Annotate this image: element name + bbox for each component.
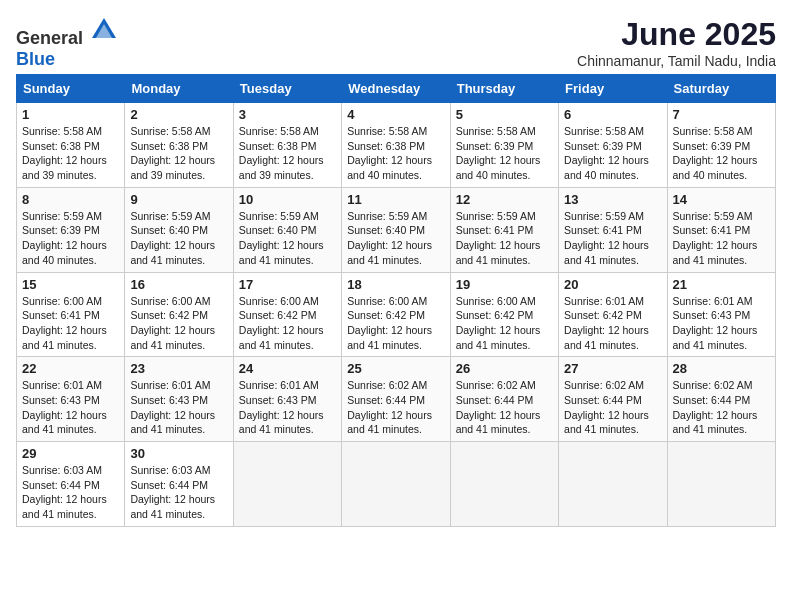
sunset-label: Sunset: 6:43 PM [130,394,208,406]
logo: General Blue [16,16,118,70]
daylight-label: Daylight: 12 hours and 41 minutes. [564,324,649,351]
day-info: Sunrise: 6:01 AM Sunset: 6:43 PM Dayligh… [239,378,336,437]
sunrise-label: Sunrise: 6:01 AM [673,295,753,307]
sunset-label: Sunset: 6:42 PM [130,309,208,321]
sunset-label: Sunset: 6:43 PM [673,309,751,321]
calendar-day-cell: 18 Sunrise: 6:00 AM Sunset: 6:42 PM Dayl… [342,272,450,357]
calendar-day-cell [342,442,450,527]
daylight-label: Daylight: 12 hours and 41 minutes. [456,409,541,436]
calendar-week-row: 1 Sunrise: 5:58 AM Sunset: 6:38 PM Dayli… [17,103,776,188]
weekday-header: Tuesday [233,75,341,103]
weekday-header: Thursday [450,75,558,103]
day-info: Sunrise: 6:00 AM Sunset: 6:42 PM Dayligh… [130,294,227,353]
calendar-day-cell: 19 Sunrise: 6:00 AM Sunset: 6:42 PM Dayl… [450,272,558,357]
calendar-day-cell: 28 Sunrise: 6:02 AM Sunset: 6:44 PM Dayl… [667,357,775,442]
sunrise-label: Sunrise: 6:00 AM [130,295,210,307]
calendar-day-cell: 25 Sunrise: 6:02 AM Sunset: 6:44 PM Dayl… [342,357,450,442]
calendar-day-cell: 20 Sunrise: 6:01 AM Sunset: 6:42 PM Dayl… [559,272,667,357]
calendar-week-row: 15 Sunrise: 6:00 AM Sunset: 6:41 PM Dayl… [17,272,776,357]
sunrise-label: Sunrise: 5:58 AM [130,125,210,137]
day-info: Sunrise: 6:01 AM Sunset: 6:43 PM Dayligh… [130,378,227,437]
sunset-label: Sunset: 6:44 PM [22,479,100,491]
day-number: 26 [456,361,553,376]
sunrise-label: Sunrise: 6:03 AM [22,464,102,476]
day-info: Sunrise: 6:03 AM Sunset: 6:44 PM Dayligh… [130,463,227,522]
day-number: 6 [564,107,661,122]
calendar-day-cell: 16 Sunrise: 6:00 AM Sunset: 6:42 PM Dayl… [125,272,233,357]
daylight-label: Daylight: 12 hours and 41 minutes. [456,239,541,266]
calendar-week-row: 8 Sunrise: 5:59 AM Sunset: 6:39 PM Dayli… [17,187,776,272]
daylight-label: Daylight: 12 hours and 39 minutes. [239,154,324,181]
sunrise-label: Sunrise: 6:00 AM [456,295,536,307]
day-number: 30 [130,446,227,461]
sunset-label: Sunset: 6:41 PM [564,224,642,236]
sunset-label: Sunset: 6:41 PM [22,309,100,321]
sunset-label: Sunset: 6:40 PM [347,224,425,236]
sunset-label: Sunset: 6:38 PM [239,140,317,152]
day-number: 5 [456,107,553,122]
daylight-label: Daylight: 12 hours and 41 minutes. [239,324,324,351]
weekday-header: Sunday [17,75,125,103]
weekday-header: Monday [125,75,233,103]
sunrise-label: Sunrise: 6:00 AM [239,295,319,307]
daylight-label: Daylight: 12 hours and 41 minutes. [22,409,107,436]
calendar-day-cell [667,442,775,527]
sunrise-label: Sunrise: 5:58 AM [22,125,102,137]
sunrise-label: Sunrise: 5:58 AM [673,125,753,137]
sunset-label: Sunset: 6:40 PM [239,224,317,236]
calendar-day-cell: 11 Sunrise: 5:59 AM Sunset: 6:40 PM Dayl… [342,187,450,272]
daylight-label: Daylight: 12 hours and 41 minutes. [347,324,432,351]
logo-icon [90,16,118,44]
sunset-label: Sunset: 6:41 PM [456,224,534,236]
sunrise-label: Sunrise: 6:00 AM [347,295,427,307]
day-number: 21 [673,277,770,292]
sunrise-label: Sunrise: 5:58 AM [564,125,644,137]
daylight-label: Daylight: 12 hours and 41 minutes. [22,493,107,520]
calendar-day-cell: 7 Sunrise: 5:58 AM Sunset: 6:39 PM Dayli… [667,103,775,188]
day-info: Sunrise: 5:58 AM Sunset: 6:38 PM Dayligh… [22,124,119,183]
weekday-header: Friday [559,75,667,103]
calendar-week-row: 22 Sunrise: 6:01 AM Sunset: 6:43 PM Dayl… [17,357,776,442]
day-info: Sunrise: 5:59 AM Sunset: 6:41 PM Dayligh… [456,209,553,268]
day-number: 9 [130,192,227,207]
daylight-label: Daylight: 12 hours and 41 minutes. [239,239,324,266]
day-info: Sunrise: 5:58 AM Sunset: 6:38 PM Dayligh… [130,124,227,183]
day-number: 29 [22,446,119,461]
daylight-label: Daylight: 12 hours and 41 minutes. [347,409,432,436]
sunrise-label: Sunrise: 5:59 AM [673,210,753,222]
daylight-label: Daylight: 12 hours and 40 minutes. [456,154,541,181]
sunset-label: Sunset: 6:44 PM [673,394,751,406]
logo-text: General Blue [16,16,118,70]
sunset-label: Sunset: 6:39 PM [22,224,100,236]
daylight-label: Daylight: 12 hours and 41 minutes. [239,409,324,436]
daylight-label: Daylight: 12 hours and 41 minutes. [130,324,215,351]
daylight-label: Daylight: 12 hours and 41 minutes. [130,239,215,266]
sunset-label: Sunset: 6:43 PM [22,394,100,406]
sunset-label: Sunset: 6:39 PM [673,140,751,152]
sunrise-label: Sunrise: 6:01 AM [564,295,644,307]
daylight-label: Daylight: 12 hours and 40 minutes. [673,154,758,181]
sunset-label: Sunset: 6:39 PM [456,140,534,152]
sunset-label: Sunset: 6:44 PM [347,394,425,406]
sunrise-label: Sunrise: 6:02 AM [456,379,536,391]
sunset-label: Sunset: 6:44 PM [456,394,534,406]
sunset-label: Sunset: 6:42 PM [239,309,317,321]
calendar-day-cell [559,442,667,527]
day-number: 3 [239,107,336,122]
calendar-day-cell: 8 Sunrise: 5:59 AM Sunset: 6:39 PM Dayli… [17,187,125,272]
day-info: Sunrise: 6:00 AM Sunset: 6:41 PM Dayligh… [22,294,119,353]
sunrise-label: Sunrise: 5:59 AM [239,210,319,222]
title-block: June 2025 Chinnamanur, Tamil Nadu, India [577,16,776,69]
calendar-day-cell: 6 Sunrise: 5:58 AM Sunset: 6:39 PM Dayli… [559,103,667,188]
day-info: Sunrise: 6:03 AM Sunset: 6:44 PM Dayligh… [22,463,119,522]
day-info: Sunrise: 6:02 AM Sunset: 6:44 PM Dayligh… [347,378,444,437]
sunset-label: Sunset: 6:42 PM [456,309,534,321]
daylight-label: Daylight: 12 hours and 41 minutes. [130,493,215,520]
sunset-label: Sunset: 6:40 PM [130,224,208,236]
calendar-header-row: SundayMondayTuesdayWednesdayThursdayFrid… [17,75,776,103]
calendar-day-cell: 9 Sunrise: 5:59 AM Sunset: 6:40 PM Dayli… [125,187,233,272]
calendar-day-cell: 5 Sunrise: 5:58 AM Sunset: 6:39 PM Dayli… [450,103,558,188]
daylight-label: Daylight: 12 hours and 41 minutes. [564,409,649,436]
logo-general: General [16,28,83,48]
day-info: Sunrise: 5:58 AM Sunset: 6:38 PM Dayligh… [347,124,444,183]
